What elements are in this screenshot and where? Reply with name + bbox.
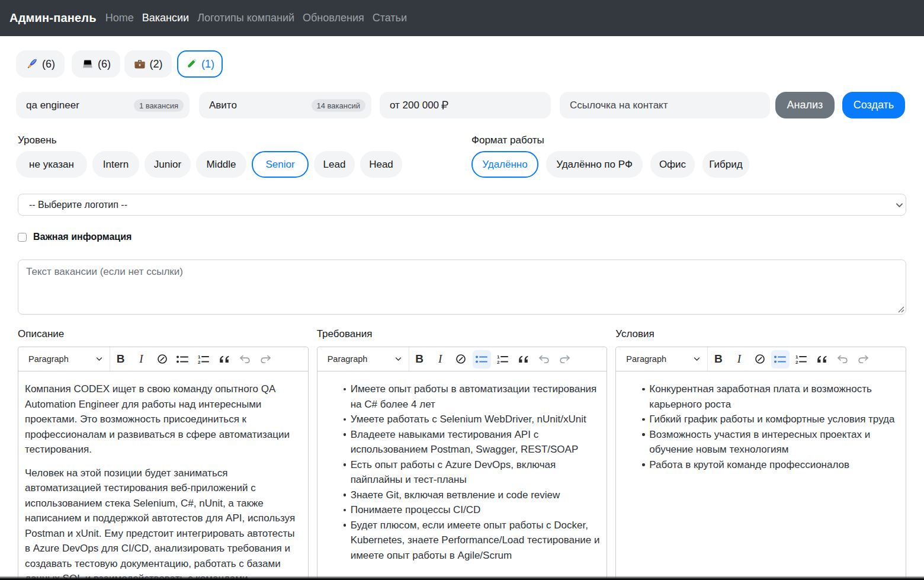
svg-text:2: 2 <box>198 360 201 364</box>
svg-text:2: 2 <box>497 360 500 364</box>
svg-text:1: 1 <box>497 354 500 360</box>
svg-text:1: 1 <box>198 354 201 360</box>
svg-text:2: 2 <box>795 360 798 364</box>
svg-text:1: 1 <box>795 354 798 360</box>
